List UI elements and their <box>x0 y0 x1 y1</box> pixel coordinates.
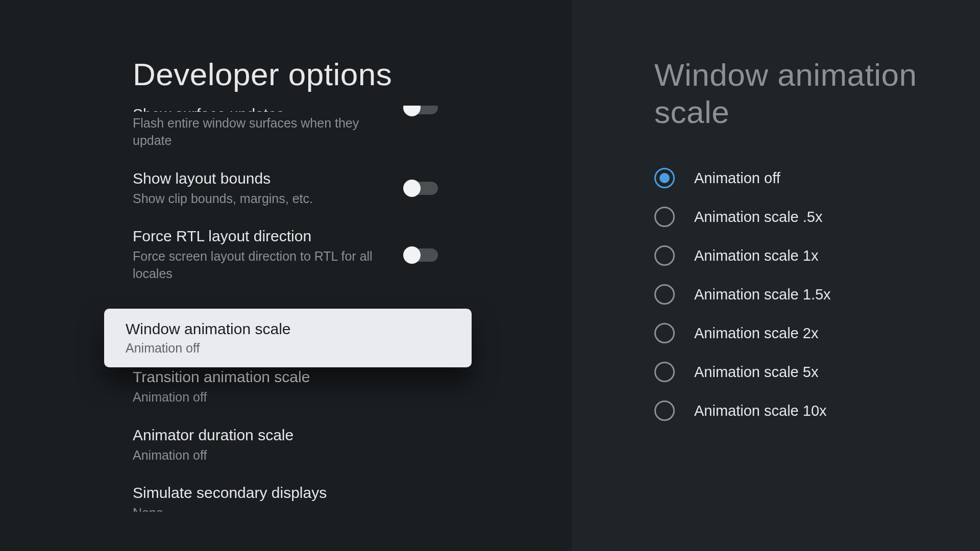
toggle-switch[interactable] <box>404 106 438 114</box>
toggle-switch[interactable] <box>404 182 438 195</box>
radio-label: Animation scale 1x <box>694 247 818 264</box>
radio-icon <box>654 323 675 343</box>
radio-icon <box>654 168 675 188</box>
radio-animation-5x-high[interactable]: Animation scale 5x <box>572 353 980 391</box>
radio-label: Animation scale 2x <box>694 325 818 342</box>
radio-icon <box>654 400 675 421</box>
option-force-rtl[interactable]: Force RTL layout direction Force screen … <box>0 217 444 293</box>
option-title: Window animation scale <box>126 320 450 338</box>
option-subtitle: Flash entire window surfaces when they u… <box>133 115 388 149</box>
toggle-switch[interactable] <box>404 248 438 262</box>
radio-icon <box>654 362 675 382</box>
radio-label: Animation scale 1.5x <box>694 286 831 303</box>
left-panel: Developer options Show surface updates F… <box>0 0 572 551</box>
radio-label: Animation off <box>694 170 780 187</box>
radio-label: Animation scale 10x <box>694 403 827 419</box>
radio-animation-1x[interactable]: Animation scale 1x <box>572 236 980 275</box>
radio-animation-15x[interactable]: Animation scale 1.5x <box>572 275 980 314</box>
option-animator-duration-scale[interactable]: Animator duration scale Animation off <box>0 416 444 474</box>
radio-animation-5x[interactable]: Animation scale .5x <box>572 197 980 236</box>
option-show-layout-bounds[interactable]: Show layout bounds Show clip bounds, mar… <box>0 160 444 218</box>
radio-label: Animation scale .5x <box>694 209 822 226</box>
option-subtitle: Show clip bounds, margins, etc. <box>133 190 388 208</box>
option-title: Show surface updates <box>133 106 444 112</box>
radio-animation-10x[interactable]: Animation scale 10x <box>572 391 980 430</box>
option-subtitle: Force screen layout direction to RTL for… <box>133 248 388 283</box>
radio-icon <box>654 207 675 227</box>
right-panel: Window animation scale Animation off Ani… <box>572 0 980 551</box>
option-subtitle: None <box>133 505 388 512</box>
right-panel-title: Window animation scale <box>654 56 980 131</box>
option-title: Transition animation scale <box>133 368 444 386</box>
option-subtitle: Animation off <box>133 389 388 406</box>
option-subtitle: Animation off <box>133 447 388 464</box>
radio-animation-off[interactable]: Animation off <box>572 159 980 197</box>
option-show-surface-updates[interactable]: Show surface updates Flash entire window… <box>0 106 444 160</box>
option-subtitle: Animation off <box>126 341 450 356</box>
option-simulate-secondary-displays[interactable]: Simulate secondary displays None <box>0 474 444 522</box>
radio-icon <box>654 245 675 266</box>
option-title: Force RTL layout direction <box>133 228 444 245</box>
option-window-animation-scale-selected[interactable]: Window animation scale Animation off <box>104 309 472 367</box>
radio-label: Animation scale 5x <box>694 364 818 381</box>
option-title: Show layout bounds <box>133 170 444 187</box>
radio-animation-2x[interactable]: Animation scale 2x <box>572 314 980 353</box>
left-panel-title: Developer options <box>133 56 572 92</box>
option-title: Animator duration scale <box>133 427 444 444</box>
option-title: Simulate secondary displays <box>133 484 444 502</box>
radio-icon <box>654 284 675 305</box>
